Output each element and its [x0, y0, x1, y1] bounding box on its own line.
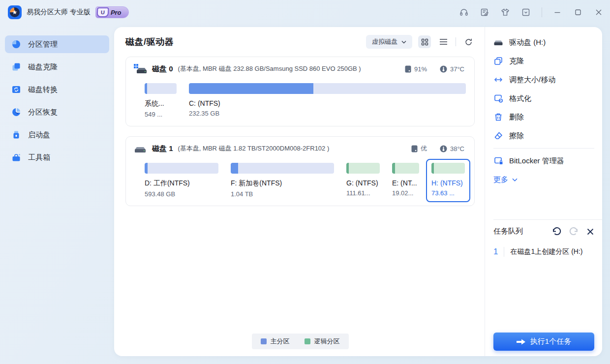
disk-health-icon: [405, 65, 411, 73]
main-panel: 磁盘/驱动器 虚拟磁盘: [114, 27, 602, 356]
dropdown-panel-icon[interactable]: [521, 7, 531, 17]
disk-name: 磁盘 1: [152, 144, 173, 153]
theme-icon[interactable]: [500, 7, 510, 17]
disk-details: (基本盘, MBR 磁盘 232.88 GB/Samsung SSD 860 E…: [178, 64, 361, 73]
thermometer-icon: [440, 65, 447, 73]
sidebar-item-boot-disk[interactable]: 启动盘: [5, 126, 109, 144]
partition-manage-icon: [11, 39, 21, 49]
bitlocker-icon: [493, 156, 503, 166]
list-view-button[interactable]: [437, 35, 450, 48]
action-delete[interactable]: 删除: [493, 108, 594, 126]
sidebar-item-toolbox[interactable]: 工具箱: [5, 149, 109, 166]
disk-name: 磁盘 0: [152, 64, 173, 74]
feedback-icon[interactable]: [480, 7, 489, 17]
partition-legend: 主分区 逻辑分区: [252, 334, 349, 349]
disk-health-icon: [411, 145, 418, 152]
partition-e[interactable]: E: (NT... 19.02...: [392, 163, 419, 197]
undo-icon[interactable]: [552, 227, 561, 236]
list-view-icon: [439, 38, 448, 45]
chevron-down-icon: [401, 40, 406, 44]
disk-convert-icon: [11, 85, 21, 94]
format-icon: [493, 93, 503, 103]
wipe-icon: [493, 131, 503, 141]
task-label: 在磁盘1上创建分区 (H:): [510, 247, 582, 256]
task-list: 1 在磁盘1上创建分区 (H:): [493, 247, 594, 333]
task-queue-title: 任务队列: [493, 227, 523, 236]
pro-u-icon: U: [96, 7, 109, 17]
disk-health: 91%: [405, 65, 427, 73]
sidebar-item-disk-clone[interactable]: 磁盘克隆: [5, 58, 109, 76]
header-separator: [456, 37, 456, 46]
sidebar-item-disk-convert[interactable]: 磁盘转换: [5, 81, 109, 98]
partition-recovery-icon: [11, 107, 21, 117]
disk-temperature: 38°C: [440, 145, 464, 152]
delete-icon: [493, 112, 503, 122]
action-bitlocker[interactable]: BitLocker 管理器: [493, 152, 594, 170]
minimize-button[interactable]: [553, 8, 562, 17]
more-actions[interactable]: 更多: [493, 170, 594, 189]
action-drive[interactable]: 驱动盘 (H:): [493, 33, 594, 52]
task-number: 1: [493, 247, 504, 257]
task-queue-divider: [493, 219, 602, 220]
action-resize-move[interactable]: 调整大小/移动: [493, 70, 594, 89]
action-wipe[interactable]: 擦除: [493, 126, 594, 145]
sidebar-item-partition-recovery[interactable]: 分区恢复: [5, 103, 109, 121]
resize-move-icon: [493, 75, 503, 85]
execute-tasks-button[interactable]: 执行1个任务: [493, 333, 594, 351]
clone-icon: [493, 56, 503, 66]
action-format[interactable]: 格式化: [493, 89, 594, 108]
disk-card-0[interactable]: 磁盘 0 (基本盘, MBR 磁盘 232.88 GB/Samsung SSD …: [125, 57, 475, 126]
pro-badge: U Pro: [95, 6, 129, 18]
grid-view-icon: [421, 38, 428, 46]
disk-temperature: 37°C: [440, 65, 464, 73]
hard-disk-icon: [133, 143, 147, 154]
app-title: 易我分区大师 专业版: [27, 8, 91, 17]
disk-details: (基本盘, MBR 磁盘 1.82 TB/ST2000DM008-2FR102 …: [178, 144, 330, 153]
legend-logical: 逻辑分区: [305, 337, 340, 346]
disk-list-area: 磁盘/驱动器 虚拟磁盘: [114, 27, 485, 356]
partition-c[interactable]: C: (NTFS) 232.35 GB: [189, 83, 466, 117]
maximize-button[interactable]: [574, 8, 582, 17]
redo-icon: [569, 227, 579, 236]
partition-g[interactable]: G: (NTFS) 111.61...: [346, 163, 380, 197]
titlebar-separator: [542, 7, 542, 17]
task-item: 1 在磁盘1上创建分区 (H:): [493, 247, 594, 257]
partition-f[interactable]: F: 新加卷(NTFS) 1.04 TB: [231, 163, 334, 198]
drive-icon: [493, 37, 503, 47]
toolbox-icon: [11, 152, 21, 162]
system-disk-icon: [133, 63, 147, 74]
app-logo-icon: ★: [8, 5, 22, 19]
disk-health: 优: [411, 144, 427, 153]
close-button[interactable]: [594, 8, 603, 17]
partition-system[interactable]: 系统... 549 ...: [145, 83, 177, 118]
arrow-right-icon: [517, 339, 525, 345]
disk-card-1[interactable]: 磁盘 1 (基本盘, MBR 磁盘 1.82 TB/ST2000DM008-2F…: [125, 136, 475, 206]
chevron-down-icon: [512, 178, 518, 182]
primary-color-swatch: [261, 338, 267, 344]
page-title: 磁盘/驱动器: [125, 36, 174, 48]
sidebar: 分区管理 磁盘克隆 磁盘转换 分区恢复 启动盘: [0, 25, 114, 364]
partition-d[interactable]: D: 工作(NTFS) 593.48 GB: [145, 163, 218, 198]
refresh-button[interactable]: [462, 35, 475, 48]
titlebar: ★ 易我分区大师 专业版 U Pro: [0, 0, 610, 25]
partition-h-selected[interactable]: H: (NTFS) 73.63 ...: [426, 159, 470, 202]
disk-clone-icon: [11, 62, 21, 72]
thermometer-icon: [440, 145, 447, 152]
grid-view-button[interactable]: [418, 35, 431, 48]
close-icon[interactable]: [586, 228, 594, 236]
virtual-disk-dropdown[interactable]: 虚拟磁盘: [366, 35, 412, 49]
legend-primary: 主分区: [261, 337, 290, 346]
headset-icon[interactable]: [459, 7, 469, 17]
boot-disk-icon: [11, 130, 21, 140]
actions-divider: [493, 148, 594, 149]
logical-color-swatch: [305, 338, 310, 344]
action-clone[interactable]: 克隆: [493, 52, 594, 70]
sidebar-item-partition-manage[interactable]: 分区管理: [5, 35, 109, 53]
refresh-icon: [464, 38, 473, 46]
actions-panel: 驱动盘 (H:) 克隆 调整大小/移动 格式化 删除: [485, 27, 602, 356]
